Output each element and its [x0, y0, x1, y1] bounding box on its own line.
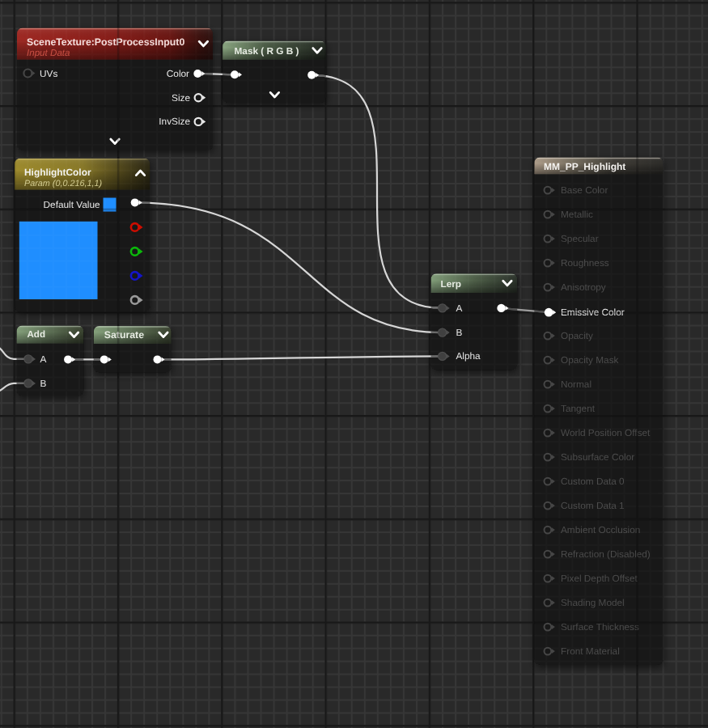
svg-text:InvSize: InvSize: [159, 116, 190, 127]
svg-text:Color: Color: [167, 68, 189, 79]
svg-text:UVs: UVs: [40, 68, 57, 79]
svg-text:Size: Size: [172, 92, 190, 104]
